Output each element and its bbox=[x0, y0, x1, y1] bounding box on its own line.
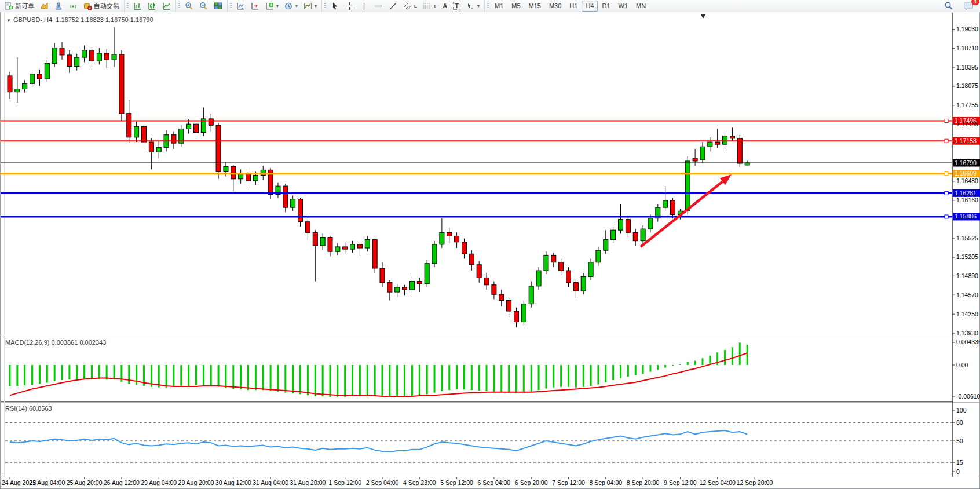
candle bbox=[60, 42, 64, 60]
candle bbox=[507, 298, 511, 317]
hline-handle[interactable] bbox=[945, 215, 948, 218]
candle bbox=[619, 204, 623, 233]
timeframe-m1[interactable]: M1 bbox=[491, 1, 507, 12]
zoom-out-button[interactable] bbox=[196, 0, 211, 12]
notifications-button[interactable]: 1 bbox=[961, 0, 977, 12]
svg-text:1.16160: 1.16160 bbox=[956, 196, 978, 203]
new-order-button[interactable]: 新订单 bbox=[2, 0, 37, 12]
crosshair-tool-button[interactable] bbox=[342, 0, 357, 12]
svg-text:1.19030: 1.19030 bbox=[956, 25, 978, 32]
hline-handle[interactable] bbox=[945, 172, 948, 176]
text-label-tool-icon: T bbox=[453, 2, 460, 10]
add-indicator-icon bbox=[265, 2, 274, 10]
candle bbox=[97, 48, 101, 65]
svg-text:0: 0 bbox=[956, 468, 960, 475]
candle bbox=[581, 273, 586, 294]
navigator-button[interactable] bbox=[52, 0, 66, 12]
chart-window: 1.174961.171581.166091.162811.158861.167… bbox=[0, 12, 980, 489]
svg-text:8 Sep 04:00: 8 Sep 04:00 bbox=[589, 479, 622, 486]
search-button[interactable] bbox=[941, 0, 956, 12]
candle bbox=[492, 282, 496, 300]
crosshair-icon bbox=[345, 2, 354, 10]
hline-1.16609[interactable] bbox=[1, 172, 952, 176]
timeframe-h1[interactable]: H1 bbox=[565, 1, 582, 12]
hline-handle[interactable] bbox=[945, 119, 948, 122]
svg-text:1.15205: 1.15205 bbox=[956, 253, 978, 260]
candlestick-series bbox=[8, 27, 749, 327]
toolbar-group-chart-type bbox=[124, 0, 175, 12]
candle bbox=[239, 169, 243, 184]
candle bbox=[626, 217, 630, 238]
candle bbox=[194, 121, 199, 137]
arrows-tool-button[interactable]: ▾ bbox=[463, 0, 482, 12]
horizontal-line-tool-button[interactable] bbox=[371, 0, 386, 12]
hline-1.17496[interactable] bbox=[1, 119, 952, 122]
mt4-terminal: { "toolbar": { "new_order_label": "新订单",… bbox=[0, 0, 980, 489]
timeframe-mn[interactable]: MN bbox=[632, 1, 650, 12]
candle bbox=[30, 71, 35, 87]
tile-windows-button[interactable] bbox=[211, 0, 225, 12]
hline-handle[interactable] bbox=[945, 139, 948, 143]
dropdown-caret: ▾ bbox=[276, 3, 279, 9]
objects-collapse-icon[interactable]: ▼ bbox=[6, 18, 11, 23]
svg-text:29 Aug 20:00: 29 Aug 20:00 bbox=[178, 479, 214, 486]
indicator-list-button[interactable] bbox=[233, 0, 248, 12]
candle bbox=[45, 60, 49, 82]
templates-button[interactable]: ▾ bbox=[301, 0, 320, 12]
add-indicator-button[interactable]: ▾ bbox=[262, 0, 281, 12]
timeframe-m5[interactable]: M5 bbox=[507, 1, 524, 12]
svg-text:12 Sep 20:00: 12 Sep 20:00 bbox=[737, 479, 773, 486]
periods-button[interactable]: ▾ bbox=[281, 0, 301, 12]
candle bbox=[455, 232, 459, 248]
svg-text:25 Aug 20:00: 25 Aug 20:00 bbox=[67, 479, 103, 486]
zoom-in-button[interactable] bbox=[182, 0, 196, 12]
text-tool-button[interactable]: A bbox=[440, 0, 450, 12]
new-order-icon bbox=[5, 2, 13, 10]
rsi-panel: 1008050150 bbox=[5, 407, 967, 475]
chart-shift-button[interactable] bbox=[248, 0, 262, 12]
cursor-tool-button[interactable] bbox=[328, 0, 342, 12]
chart-ohlc-values: 1.16752 1.16823 1.16750 1.16790 bbox=[56, 16, 153, 23]
price-axis[interactable]: 1.190301.187101.183951.180751.177551.174… bbox=[952, 25, 978, 336]
timeframe-d1[interactable]: D1 bbox=[598, 1, 614, 12]
svg-text:4 Sep 23:00: 4 Sep 23:00 bbox=[403, 479, 436, 486]
svg-text:1.18710: 1.18710 bbox=[956, 45, 978, 52]
timeframe-h4[interactable]: H4 bbox=[582, 1, 598, 12]
fibonacci-tool-button[interactable]: F bbox=[420, 0, 440, 12]
chart-shift-marker[interactable] bbox=[701, 14, 705, 19]
timeframe-m15[interactable]: M15 bbox=[525, 1, 545, 12]
search-icon bbox=[944, 1, 953, 10]
channel-tool-button[interactable]: E bbox=[400, 0, 420, 12]
candle bbox=[425, 260, 429, 287]
timeframe-w1[interactable]: W1 bbox=[615, 1, 632, 12]
vertical-line-tool-button[interactable] bbox=[357, 0, 371, 12]
line-chart-button[interactable] bbox=[159, 0, 174, 12]
signals-button[interactable] bbox=[66, 0, 81, 12]
timeframe-m30[interactable]: M30 bbox=[545, 1, 565, 12]
bar-chart-button[interactable] bbox=[130, 0, 145, 12]
candle bbox=[89, 47, 94, 67]
signal-waves-icon bbox=[69, 2, 78, 10]
timeframe-toolbar: M1 M5 M15 M30 H1 H4 D1 W1 MN bbox=[484, 0, 652, 12]
svg-text:6 Sep 04:00: 6 Sep 04:00 bbox=[478, 479, 511, 486]
svg-text:1 Sep 12:00: 1 Sep 12:00 bbox=[328, 479, 361, 486]
candlestick-chart-button[interactable] bbox=[145, 0, 159, 12]
hline-1.16281[interactable] bbox=[1, 191, 952, 195]
tile-windows-icon bbox=[214, 2, 222, 10]
candle bbox=[403, 285, 407, 296]
chart-canvas[interactable]: 1.174961.171581.166091.162811.158861.167… bbox=[1, 12, 980, 489]
candle bbox=[693, 149, 697, 166]
price-label-chip: 1.16609 bbox=[953, 170, 980, 177]
date-axis[interactable]: 24 Aug 202225 Aug 04:0025 Aug 20:0026 Au… bbox=[2, 477, 773, 486]
candle bbox=[37, 70, 42, 86]
hline-1.15886[interactable] bbox=[1, 215, 952, 218]
trendline-tool-button[interactable] bbox=[386, 0, 400, 12]
hline-handle[interactable] bbox=[945, 191, 948, 195]
text-label-tool-button[interactable]: T bbox=[450, 0, 463, 12]
candle bbox=[283, 184, 288, 212]
candle bbox=[276, 183, 280, 198]
candle bbox=[15, 57, 20, 103]
market-watch-button[interactable] bbox=[37, 0, 52, 12]
auto-trading-button[interactable]: 自动交易 bbox=[81, 0, 122, 12]
toolbar-group-objects: E F A T ▾ bbox=[321, 0, 484, 12]
